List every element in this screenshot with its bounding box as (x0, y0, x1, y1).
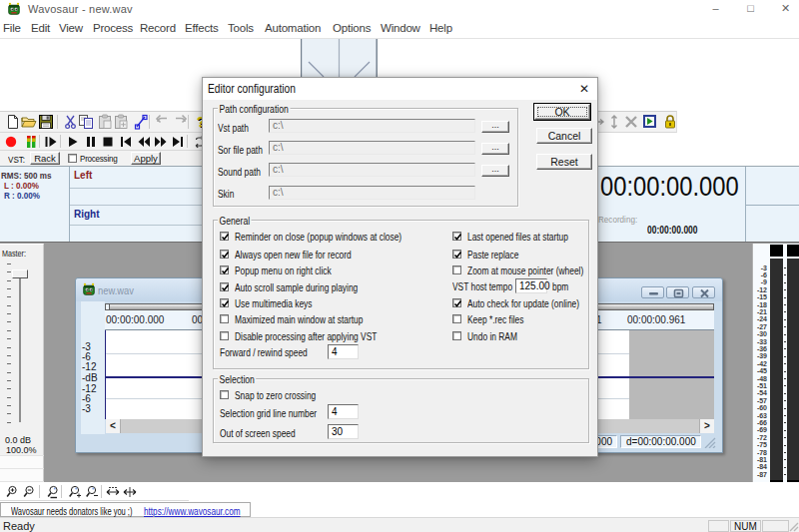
checkbox[interactable] (220, 266, 229, 274)
wave-restore-button[interactable] (666, 286, 689, 298)
record-icon[interactable] (4, 135, 18, 149)
paste-new-icon[interactable] (113, 114, 129, 130)
pause-icon[interactable] (84, 135, 98, 149)
stop-icon[interactable] (101, 135, 115, 149)
menu-record[interactable]: Record (140, 22, 176, 34)
sor-file-path-browse-button[interactable]: ... (481, 143, 509, 155)
vst-path-field[interactable]: c:\ (269, 119, 475, 133)
skin-field[interactable]: c:\ (269, 186, 475, 200)
close-button[interactable]: ✕ (770, 0, 799, 18)
play-icon[interactable] (66, 135, 80, 149)
wave-close-button[interactable] (692, 286, 715, 298)
go-end-icon[interactable] (171, 135, 185, 149)
checkbox[interactable] (220, 390, 229, 399)
checkbox[interactable] (452, 298, 461, 307)
forward-icon[interactable] (154, 135, 168, 149)
checkbox[interactable] (452, 314, 461, 323)
screen-speed-input[interactable]: 30 (328, 424, 359, 439)
save-icon[interactable] (38, 114, 54, 130)
apply-button[interactable]: Apply (131, 152, 161, 165)
checkbox[interactable] (220, 232, 229, 241)
zoom-vertical-in-icon[interactable] (68, 485, 82, 499)
selection-grid-input[interactable]: 4 (328, 404, 359, 419)
play-from-cursor-icon[interactable] (44, 135, 58, 149)
main-time-display: 00:00:00.000 (600, 172, 739, 203)
trim-icon[interactable] (133, 114, 149, 130)
ok-button[interactable]: OK (534, 104, 590, 120)
menu-help[interactable]: Help (429, 22, 452, 34)
zoom-in-icon[interactable] (6, 485, 19, 499)
rack-button[interactable]: Rack (30, 152, 60, 165)
scroll-left-button[interactable]: < (106, 419, 121, 433)
menu-effects[interactable]: Effects (185, 22, 219, 34)
menu-window[interactable]: Window (381, 22, 420, 34)
paste-icon[interactable] (97, 114, 113, 130)
checkbox[interactable] (452, 266, 461, 274)
meter-db-label: -9 (753, 278, 767, 285)
go-start-icon[interactable] (119, 135, 133, 149)
menu-options[interactable]: Options (333, 22, 371, 34)
menu-view[interactable]: View (59, 22, 83, 34)
reset-button[interactable]: Reset (536, 154, 592, 170)
fit-vertical-icon[interactable] (608, 114, 620, 130)
sound-path-field[interactable]: c:\ (269, 163, 475, 177)
forward-speed-input[interactable]: 4 (328, 344, 359, 359)
dialog-titlebar[interactable]: Editor configuration ✕ (203, 78, 597, 100)
sor-file-path-label: Sor file path (218, 144, 263, 156)
open-file-icon[interactable] (21, 114, 37, 130)
checkbox[interactable] (220, 331, 229, 340)
vst-path-browse-button[interactable]: ... (481, 121, 509, 133)
zoom-selection-icon[interactable] (46, 485, 60, 499)
resize-grip[interactable] (788, 521, 799, 532)
checkbox[interactable] (452, 250, 461, 259)
zoom-out-icon[interactable] (23, 485, 36, 499)
minimize-button[interactable]: – (700, 0, 731, 18)
skin-label: Skin (218, 188, 234, 200)
dialog-close-button[interactable]: ✕ (572, 80, 596, 98)
menu-file[interactable]: File (3, 22, 21, 34)
new-file-icon[interactable] (5, 114, 21, 130)
meter-tick (784, 274, 786, 275)
vst-host-tempo-input[interactable]: 125.00 (515, 278, 547, 293)
menu-tools[interactable]: Tools (228, 22, 254, 34)
checkbox[interactable] (452, 331, 461, 340)
checkbox[interactable] (220, 282, 229, 291)
checkbox[interactable] (220, 250, 229, 259)
fit-width-icon[interactable] (106, 485, 120, 499)
delete-icon[interactable] (624, 114, 638, 130)
wave-minimize-button[interactable] (641, 286, 664, 298)
checkbox[interactable] (452, 232, 461, 241)
master-fader-track[interactable] (19, 277, 21, 422)
checkbox[interactable] (220, 298, 229, 307)
copy-icon[interactable] (78, 114, 94, 130)
wave-window-icon (82, 282, 96, 296)
editor-configuration-dialog: Editor configuration ✕ Path configuratio… (202, 77, 598, 457)
undo-icon[interactable] (155, 114, 171, 130)
sound-path-browse-button[interactable]: ... (481, 165, 509, 177)
zoom-vertical-out-icon[interactable] (85, 485, 99, 499)
master-fader-thumb[interactable] (12, 269, 28, 278)
fit-all-icon[interactable] (123, 485, 137, 499)
sor-file-path-field[interactable]: c:\ (269, 141, 475, 155)
checkbox[interactable] (220, 314, 229, 323)
status-ready: Ready (3, 520, 35, 532)
record-monitor-icon[interactable] (24, 135, 38, 149)
vst-bypass-icon[interactable] (643, 115, 656, 128)
menu-edit[interactable]: Edit (31, 22, 50, 34)
cancel-button[interactable]: Cancel (536, 128, 592, 144)
lock-icon[interactable] (662, 114, 678, 130)
menu-process[interactable]: Process (93, 22, 133, 34)
donation-link[interactable]: https://www.wavosaur.com (144, 506, 241, 517)
redo-icon[interactable] (172, 114, 188, 130)
processing-checkbox[interactable] (68, 154, 77, 163)
meter-db-label: -48 (753, 375, 767, 382)
group-label: Selection (218, 373, 256, 385)
cut-icon[interactable] (63, 114, 79, 130)
scroll-right-button[interactable]: > (699, 419, 714, 433)
meter-db-label: -75 (753, 441, 767, 448)
wave-resize-grip[interactable] (703, 436, 716, 448)
menu-automation[interactable]: Automation (265, 22, 321, 34)
rewind-icon[interactable] (137, 135, 151, 149)
meter-db-label: -30 (753, 330, 767, 337)
maximize-button[interactable]: □ (735, 0, 766, 18)
